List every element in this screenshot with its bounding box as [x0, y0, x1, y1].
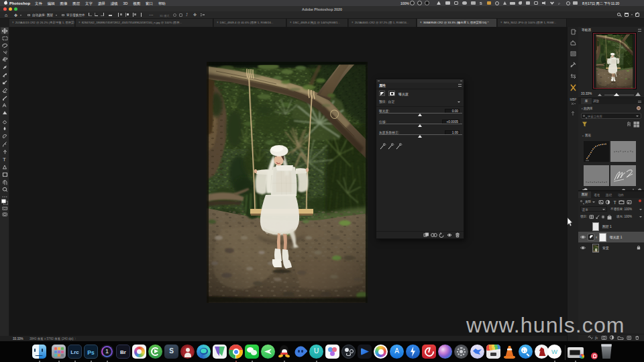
- svg-text:T: T: [614, 200, 617, 205]
- svg-text:T: T: [3, 157, 6, 163]
- svg-text:MBP: MBP: [570, 98, 577, 101]
